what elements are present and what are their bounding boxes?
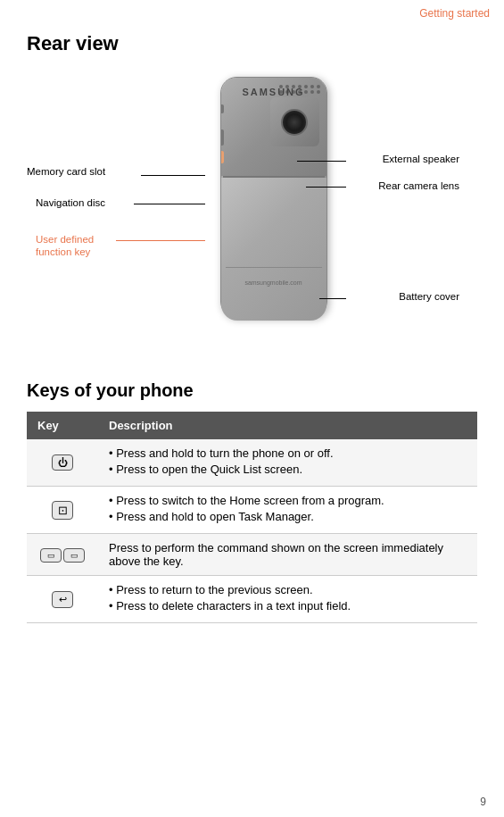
table-row: ▭ ▭ Press to perform the command shown o… bbox=[27, 534, 477, 576]
desc-item: Press to switch to the Home screen from … bbox=[109, 494, 467, 507]
power-key-icon: ⏻ bbox=[52, 454, 73, 471]
softkey-right-icon: ▭ bbox=[63, 548, 85, 563]
page-number: 9 bbox=[480, 796, 486, 808]
camera-lens-area bbox=[270, 97, 319, 146]
samsung-logo: SAMSUNG bbox=[242, 87, 304, 97]
back-key-icon: ↩ bbox=[52, 591, 73, 608]
softkey-icons: ▭ ▭ bbox=[40, 548, 85, 563]
camera-lens bbox=[281, 109, 308, 136]
keys-table: Key Description ⏻ Press and hold to turn… bbox=[27, 412, 477, 623]
page-header: Getting started bbox=[0, 0, 504, 23]
desc-item: Press and hold to turn the phone on or o… bbox=[109, 446, 467, 460]
desc-item: Press to return to the previous screen. bbox=[109, 583, 467, 596]
samsung-url: samsungmobile.com bbox=[244, 279, 302, 286]
header-title: Getting started bbox=[419, 7, 490, 20]
rear-camera-lens-label: Rear camera lens bbox=[378, 180, 459, 191]
battery-cover-line bbox=[226, 267, 322, 268]
col-key-header: Key bbox=[27, 412, 98, 439]
home-key-icon: ⊡ bbox=[52, 501, 73, 520]
page-content: Rear view Memory card slot Navigation di… bbox=[0, 23, 504, 641]
rear-view-title: Rear view bbox=[27, 32, 477, 55]
battery-cover-label: Battery cover bbox=[399, 291, 459, 302]
description-cell: Press to perform the command shown on th… bbox=[98, 534, 477, 576]
key-cell: ⏻ bbox=[27, 439, 98, 487]
description-cell: Press to switch to the Home screen from … bbox=[98, 487, 477, 534]
memory-card-slot-label: Memory card slot bbox=[27, 166, 105, 177]
key-cell: ⊡ bbox=[27, 487, 98, 534]
desc-item: Press to delete characters in a text inp… bbox=[109, 599, 467, 613]
function-key-label: function key bbox=[36, 246, 90, 257]
desc-item: Press to open the Quick List screen. bbox=[109, 463, 467, 476]
table-row: ↩ Press to return to the previous screen… bbox=[27, 576, 477, 623]
key-cell: ▭ ▭ bbox=[27, 534, 98, 576]
table-row: ⊡ Press to switch to the Home screen fro… bbox=[27, 487, 477, 534]
softkey-left-icon: ▭ bbox=[40, 548, 62, 563]
desc-item: Press and hold to open Task Manager. bbox=[109, 510, 467, 523]
navigation-disc-label: Navigation disc bbox=[36, 197, 105, 208]
phone-body: SAMSUNG samsungmobile.com bbox=[220, 77, 327, 318]
description-cell: Press and hold to turn the phone on or o… bbox=[98, 439, 477, 487]
rear-view-diagram: Memory card slot Navigation disc User de… bbox=[27, 68, 477, 363]
table-row: ⏻ Press and hold to turn the phone on or… bbox=[27, 439, 477, 487]
description-cell: Press to return to the previous screen. … bbox=[98, 576, 477, 623]
desc-item: Press to perform the command shown on th… bbox=[109, 541, 443, 568]
keys-section-title: Keys of your phone bbox=[27, 380, 477, 401]
user-defined-label: User defined bbox=[36, 234, 94, 245]
phone-bottom-section: SAMSUNG samsungmobile.com bbox=[221, 178, 326, 321]
col-description-header: Description bbox=[98, 412, 477, 439]
external-speaker-label: External speaker bbox=[383, 154, 459, 164]
phone-diagram: SAMSUNG samsungmobile.com bbox=[220, 77, 327, 318]
key-cell: ↩ bbox=[27, 576, 98, 623]
